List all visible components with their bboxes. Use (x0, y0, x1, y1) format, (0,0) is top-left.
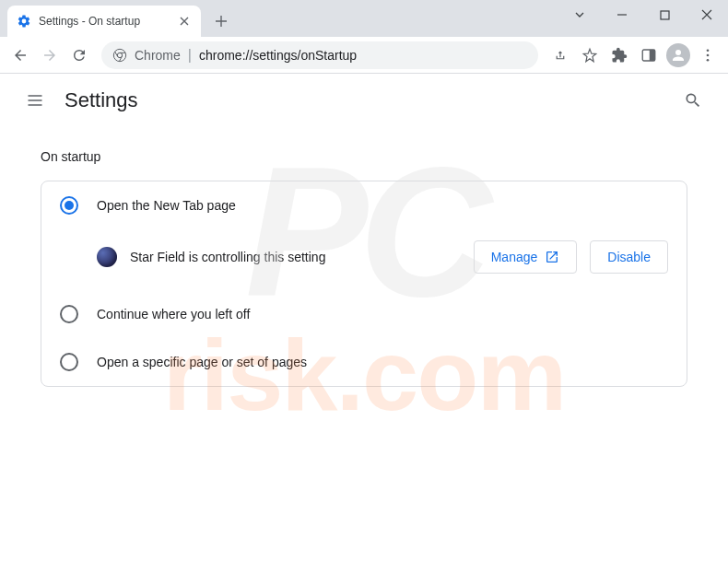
svg-rect-4 (650, 50, 655, 61)
controlled-text: Star Field is controlling this setting (130, 250, 461, 264)
minimize-button[interactable] (601, 0, 643, 29)
search-icon[interactable] (676, 84, 710, 117)
chevron-down-icon[interactable] (558, 0, 601, 29)
radio-unselected[interactable] (60, 305, 78, 323)
hamburger-menu-icon[interactable] (18, 84, 52, 117)
sidepanel-icon[interactable] (636, 42, 662, 68)
svg-point-6 (707, 53, 710, 56)
settings-content: On startup Open the New Tab page Star Fi… (0, 127, 728, 409)
window-controls (558, 0, 728, 37)
option-continue[interactable]: Continue where you left off (41, 290, 687, 338)
open-external-icon (545, 250, 559, 264)
forward-button[interactable] (37, 42, 63, 68)
disable-label: Disable (607, 250, 651, 264)
page-title: Settings (65, 88, 138, 112)
option-new-tab[interactable]: Open the New Tab page (41, 181, 687, 229)
option-label: Open a specific page or set of pages (97, 355, 307, 369)
omnibox-url: chrome://settings/onStartup (199, 48, 357, 63)
back-button[interactable] (7, 42, 33, 68)
radio-selected[interactable] (60, 196, 78, 215)
profile-avatar[interactable] (665, 42, 691, 68)
option-specific-pages[interactable]: Open a specific page or set of pages (41, 338, 687, 386)
chrome-icon (112, 48, 127, 63)
omnibox-prefix: Chrome (135, 48, 181, 63)
close-icon[interactable] (177, 14, 192, 29)
extension-icon (97, 247, 117, 267)
svg-point-5 (707, 49, 710, 52)
window-titlebar: Settings - On startup (0, 0, 728, 37)
new-tab-button[interactable] (208, 8, 234, 34)
browser-tab[interactable]: Settings - On startup (7, 6, 201, 37)
section-title: On startup (41, 149, 687, 164)
reload-button[interactable] (66, 42, 92, 68)
option-label: Continue where you left off (97, 307, 250, 321)
address-bar: Chrome | chrome://settings/onStartup (0, 37, 728, 74)
manage-label: Manage (491, 250, 538, 264)
svg-rect-0 (661, 11, 669, 19)
manage-button[interactable]: Manage (474, 240, 578, 274)
option-label: Open the New Tab page (97, 198, 236, 213)
gear-icon (17, 14, 31, 29)
share-icon[interactable] (547, 42, 573, 68)
svg-point-7 (707, 58, 710, 61)
startup-options-card: Open the New Tab page Star Field is cont… (41, 181, 687, 387)
omnibox-separator: | (188, 47, 192, 64)
maximize-button[interactable] (643, 0, 686, 29)
extensions-icon[interactable] (606, 42, 632, 68)
menu-dots-icon[interactable] (695, 42, 721, 68)
bookmark-icon[interactable] (577, 42, 603, 68)
tab-title: Settings - On startup (39, 15, 177, 28)
radio-unselected[interactable] (60, 353, 78, 371)
omnibox[interactable]: Chrome | chrome://settings/onStartup (101, 41, 538, 69)
settings-header: Settings (0, 74, 728, 127)
extension-control-row: Star Field is controlling this setting M… (41, 229, 687, 290)
close-button[interactable] (686, 0, 728, 29)
disable-button[interactable]: Disable (590, 240, 668, 274)
